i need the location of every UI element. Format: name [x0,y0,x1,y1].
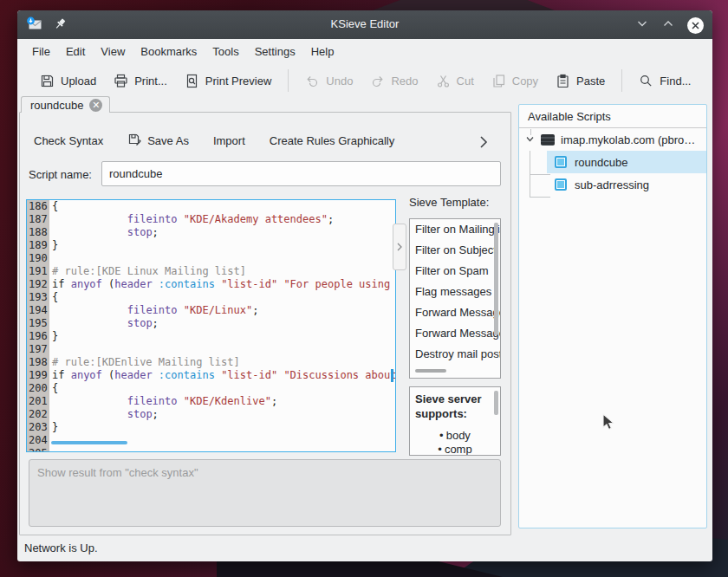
available-scripts-header: Available Scripts [519,105,706,128]
code-text: fileinto "KDE/Kdenlive"; [49,395,277,408]
line-number: 193 [27,291,49,304]
tree-row-script-roundcube[interactable]: roundcube [519,151,706,173]
code-line[interactable]: 201 fileinto "KDE/Kdenlive"; [27,395,395,408]
toolbar-button-label: Print... [134,75,167,88]
sieve-template-item[interactable]: Forward Message [410,302,500,323]
available-scripts-panel: Available Scripts imap.mykolab.com (pbro… [518,104,707,528]
code-text: { [49,382,58,395]
sieve-template-item[interactable]: Filter on Spam [410,261,500,282]
code-text [49,447,52,452]
tab-roundcube[interactable]: roundcube ✕ [21,96,110,113]
tree-guide-line [530,197,550,198]
line-number: 187 [27,213,49,226]
line-number: 201 [27,395,49,408]
server-box-scrollbar[interactable] [494,391,498,415]
ksieve-editor-window: KSieve Editor FileEditViewBookmarksTools… [17,10,712,561]
code-line[interactable]: 197 [27,343,395,356]
check-syntax-button[interactable]: Check Syntax [26,131,111,151]
sieve-template-item[interactable]: Flag messages [410,282,500,302]
sieve-template-item[interactable]: Filter on Subject [410,240,500,261]
chevron-down-icon[interactable] [525,133,535,146]
code-line[interactable]: 187 fileinto "KDE/Akademy attendees"; [27,213,395,226]
code-line[interactable]: 188 stop; [27,226,395,239]
main-toolbar: UploadPrint...Print PreviewUndoRedoCutCo… [17,63,712,98]
import-button[interactable]: Import [205,131,253,151]
actionbar-overflow-button[interactable] [468,130,499,157]
toolbar-separator [621,69,622,92]
code-text: fileinto "KDE/Akademy attendees"; [49,213,334,226]
upload-button[interactable]: Upload [31,68,105,94]
script-name-input[interactable] [101,161,501,186]
undo-icon [305,74,320,88]
code-text: { [49,291,58,304]
check-syntax-result-box[interactable] [29,459,501,527]
titlebar[interactable]: KSieve Editor [17,10,712,39]
server-account-label: imap.mykolab.com (pbro… [561,133,695,146]
minimize-button[interactable] [635,16,649,34]
save-as-button[interactable]: Save As [120,128,197,152]
menu-help[interactable]: Help [303,42,342,62]
code-line[interactable]: 199if anyof (header :contains "list-id" … [27,369,395,382]
line-number: 188 [27,226,49,239]
code-line[interactable]: 196} [27,330,395,343]
template-vertical-scrollbar[interactable] [494,223,498,335]
tree-row-script-sub-adrressing[interactable]: sub-adrressing [519,173,706,196]
line-number: 196 [27,330,49,343]
code-line[interactable]: 195 stop; [27,317,395,330]
code-line[interactable]: 193{ [27,291,395,304]
code-line[interactable]: 186{ [27,200,395,213]
menu-settings[interactable]: Settings [247,42,303,62]
code-line[interactable]: 191# rule:[KDE Linux Mailing list] [27,265,395,278]
code-line[interactable]: 200{ [27,382,395,395]
code-line[interactable]: 202 stop; [27,408,395,421]
maximize-button[interactable] [661,16,675,34]
menu-file[interactable]: File [24,42,58,62]
code-line[interactable]: 205 [27,447,395,452]
mouse-cursor [602,413,615,435]
toolbar-button-label: Paste [576,75,605,88]
server-supports-title: Sieve server supports: [415,392,484,421]
code-line[interactable]: 190 [27,252,395,265]
print-button[interactable]: Print... [105,68,176,94]
save-as-icon [127,132,142,149]
sieve-template-item[interactable]: Filter on Mailinglist [410,219,500,240]
tab-close-icon[interactable]: ✕ [89,99,102,112]
sieve-template-item[interactable]: Destroy mail posted [410,344,500,365]
line-number: 190 [27,252,49,265]
script-actionbar: Check Syntax Save As Import Create Rules… [26,128,504,152]
script-name-label: roundcube [575,156,627,169]
close-button[interactable] [687,17,704,34]
code-text [49,343,52,356]
code-line[interactable]: 198# rule:[KDEnlive Mailing list] [27,356,395,369]
save-icon [40,74,55,88]
print-preview-button[interactable]: Print Preview [176,68,281,94]
splitter-collapse-button[interactable] [393,224,406,270]
paste-button[interactable]: Paste [547,68,614,94]
template-horizontal-scrollbar[interactable] [415,369,446,373]
line-number: 200 [27,382,49,395]
sieve-template-item[interactable]: Forward Message [410,323,500,344]
find-button[interactable]: Find... [630,68,699,94]
tree-row-server[interactable]: imap.mykolab.com (pbro… [519,128,706,151]
sieve-template-list[interactable]: Filter on MailinglistFilter on SubjectFi… [409,218,501,379]
menu-edit[interactable]: Edit [58,42,93,62]
code-line[interactable]: 192if anyof (header :contains "list-id" … [27,278,395,291]
sieve-server-supports-box[interactable]: Sieve server supports: bodycomp [409,386,501,456]
line-number: 205 [27,447,49,452]
editor-horizontal-scrollbar[interactable] [51,441,127,444]
sieve-code-editor[interactable]: 186{187 fileinto "KDE/Akademy attendees"… [26,199,396,452]
printer-icon [114,74,128,88]
line-number: 203 [27,421,49,434]
menu-view[interactable]: View [93,42,133,62]
paste-icon [556,74,570,88]
menu-bookmarks[interactable]: Bookmarks [133,42,205,62]
create-rules-graphically-button[interactable]: Create Rules Graphically [262,131,403,151]
script-name-label: Script name: [29,168,92,181]
code-line[interactable]: 189} [27,239,395,252]
menu-tools[interactable]: Tools [205,42,246,62]
code-text: stop; [49,226,159,239]
code-line[interactable]: 194 fileinto "KDE/Linux"; [27,304,395,317]
line-number: 204 [27,434,49,447]
line-number: 189 [27,239,49,252]
code-line[interactable]: 203} [27,421,395,434]
